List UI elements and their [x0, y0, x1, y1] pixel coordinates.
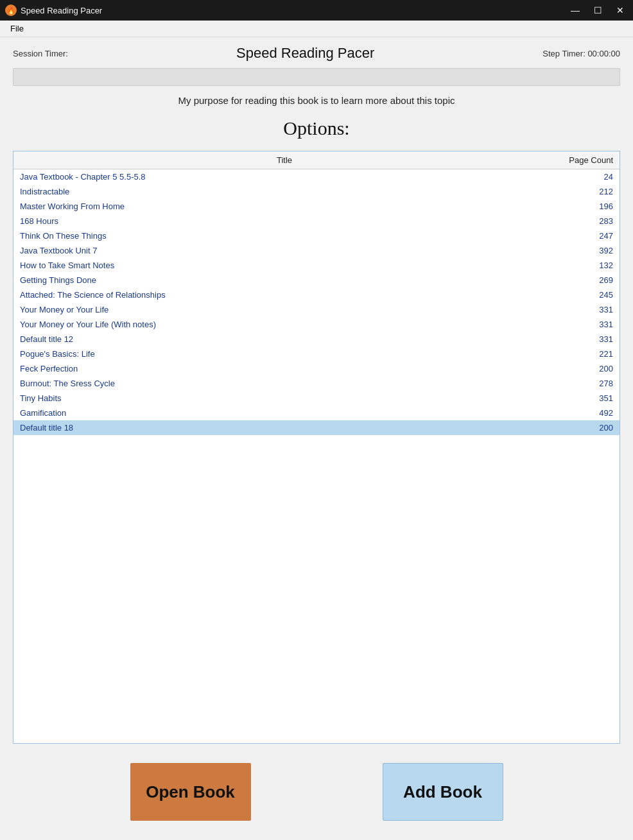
- book-page-count: 221: [555, 347, 620, 361]
- app-title: Speed Reading Pacer: [236, 45, 374, 62]
- book-page-count: 351: [555, 391, 620, 406]
- minimize-button[interactable]: —: [567, 4, 584, 17]
- options-heading: Options:: [13, 117, 620, 139]
- book-page-count: 278: [555, 376, 620, 391]
- book-title: Burnout: The Sress Cycle: [13, 376, 555, 391]
- buttons-row: Open Book Add Book: [13, 757, 620, 827]
- titlebar: 🔥 Speed Reading Pacer — ☐ ✕: [0, 0, 633, 21]
- table-row[interactable]: Gamification 492: [13, 406, 620, 420]
- book-page-count: 245: [555, 287, 620, 302]
- book-title: Attached: The Science of Relationships: [13, 287, 555, 302]
- book-title: Your Money or Your Life: [13, 302, 555, 317]
- maximize-button[interactable]: ☐: [590, 4, 606, 17]
- book-page-count: 200: [555, 361, 620, 376]
- book-page-count: 331: [555, 317, 620, 332]
- book-page-count: 212: [555, 184, 620, 199]
- book-page-count: 283: [555, 214, 620, 228]
- table-row[interactable]: Getting Things Done 269: [13, 273, 620, 287]
- table-row[interactable]: Attached: The Science of Relationships 2…: [13, 287, 620, 302]
- session-timer-label: Session Timer:: [13, 49, 68, 58]
- menubar: File: [0, 21, 633, 37]
- table-row[interactable]: Your Money or Your Life (With notes) 331: [13, 317, 620, 332]
- table-row[interactable]: How to Take Smart Notes 132: [13, 258, 620, 273]
- add-book-button[interactable]: Add Book: [383, 763, 503, 821]
- table-row[interactable]: Indistractable 212: [13, 184, 620, 199]
- book-page-count: 247: [555, 228, 620, 243]
- book-title: Pogue's Basics: Life: [13, 347, 555, 361]
- table-row[interactable]: Pogue's Basics: Life 221: [13, 347, 620, 361]
- col-page-count: Page Count: [555, 151, 620, 169]
- book-page-count: 331: [555, 302, 620, 317]
- book-title: Think On These Things: [13, 228, 555, 243]
- close-button[interactable]: ✕: [612, 4, 628, 17]
- table-row[interactable]: Java Textbook Unit 7 392: [13, 243, 620, 258]
- book-page-count: 196: [555, 199, 620, 214]
- book-title: Java Textbook Unit 7: [13, 243, 555, 258]
- table-row[interactable]: Tiny Habits 351: [13, 391, 620, 406]
- table-row[interactable]: Your Money or Your Life 331: [13, 302, 620, 317]
- progress-bar: [13, 68, 620, 86]
- table-row[interactable]: Default title 18 200: [13, 420, 620, 435]
- book-title: 168 Hours: [13, 214, 555, 228]
- book-page-count: 200: [555, 420, 620, 435]
- book-title: Getting Things Done: [13, 273, 555, 287]
- header-row: Session Timer: Speed Reading Pacer Step …: [13, 45, 620, 62]
- book-title: Your Money or Your Life (With notes): [13, 317, 555, 332]
- purpose-text: My purpose for reading this book is to l…: [13, 95, 620, 106]
- book-title: Gamification: [13, 406, 555, 420]
- book-title: Tiny Habits: [13, 391, 555, 406]
- main-content: Session Timer: Speed Reading Pacer Step …: [0, 37, 633, 840]
- table-row[interactable]: 168 Hours 283: [13, 214, 620, 228]
- book-title: How to Take Smart Notes: [13, 258, 555, 273]
- book-title: Indistractable: [13, 184, 555, 199]
- book-page-count: 331: [555, 332, 620, 347]
- book-title: Default title 12: [13, 332, 555, 347]
- book-title: Default title 18: [13, 420, 555, 435]
- table-row[interactable]: Java Textbook - Chapter 5 5.5-5.8 24: [13, 169, 620, 185]
- book-page-count: 269: [555, 273, 620, 287]
- step-timer-label: Step Timer: 00:00:00: [542, 49, 620, 58]
- books-table: Title Page Count Java Textbook - Chapter…: [13, 151, 620, 435]
- book-title: Java Textbook - Chapter 5 5.5-5.8: [13, 169, 555, 185]
- app-icon: 🔥: [5, 4, 17, 16]
- table-row[interactable]: Burnout: The Sress Cycle 278: [13, 376, 620, 391]
- file-menu[interactable]: File: [5, 22, 29, 35]
- table-row[interactable]: Think On These Things 247: [13, 228, 620, 243]
- col-title: Title: [13, 151, 555, 169]
- open-book-button[interactable]: Open Book: [130, 763, 251, 821]
- table-row[interactable]: Default title 12 331: [13, 332, 620, 347]
- book-page-count: 24: [555, 169, 620, 185]
- table-body: Java Textbook - Chapter 5 5.5-5.8 24 Ind…: [13, 169, 620, 436]
- book-title: Feck Perfection: [13, 361, 555, 376]
- book-page-count: 132: [555, 258, 620, 273]
- titlebar-title: Speed Reading Pacer: [21, 6, 567, 15]
- table-row[interactable]: Feck Perfection 200: [13, 361, 620, 376]
- window-controls[interactable]: — ☐ ✕: [567, 4, 628, 17]
- book-page-count: 492: [555, 406, 620, 420]
- table-row[interactable]: Master Working From Home 196: [13, 199, 620, 214]
- books-table-container: Title Page Count Java Textbook - Chapter…: [13, 151, 620, 744]
- book-page-count: 392: [555, 243, 620, 258]
- book-title: Master Working From Home: [13, 199, 555, 214]
